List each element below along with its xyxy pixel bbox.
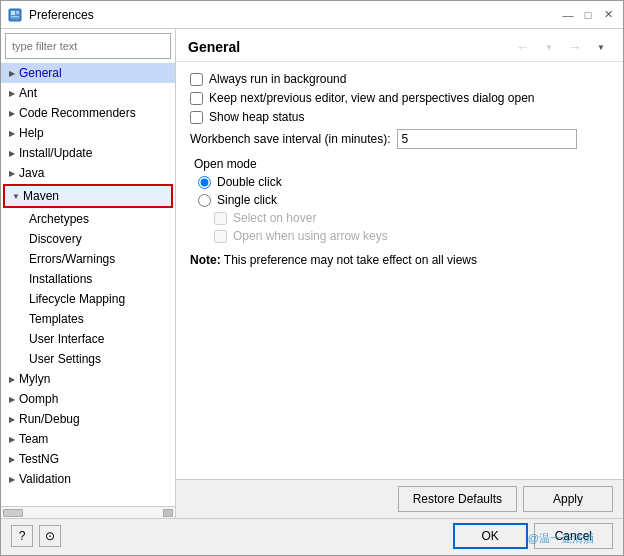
expand-icon-oomph: ▶ <box>5 392 19 406</box>
tree-item-errors-warnings[interactable]: Errors/Warnings <box>1 249 175 269</box>
tree-item-mylyn[interactable]: ▶ Mylyn <box>1 369 175 389</box>
note-text: Note: This preference may not take effec… <box>190 253 609 267</box>
tree-item-run-debug[interactable]: ▶ Run/Debug <box>1 409 175 429</box>
single-click-row: Single click <box>198 193 609 207</box>
tree-item-maven[interactable]: ▼ Maven <box>5 186 171 206</box>
tree-label-maven: Maven <box>23 189 59 203</box>
very-bottom-bar: ? ⊙ OK Cancel <box>1 518 623 555</box>
h-scrollbar[interactable] <box>1 506 175 518</box>
tree-item-installations[interactable]: Installations <box>1 269 175 289</box>
settings-area: Always run in background Keep next/previ… <box>176 62 623 479</box>
workbench-save-label: Workbench save interval (in minutes): <box>190 132 391 146</box>
workbench-save-input[interactable] <box>397 129 577 149</box>
always-run-checkbox[interactable] <box>190 73 203 86</box>
tree-item-discovery[interactable]: Discovery <box>1 229 175 249</box>
keep-next-label: Keep next/previous editor, view and pers… <box>209 91 535 105</box>
single-click-radio[interactable] <box>198 194 211 207</box>
tree-label-ant: Ant <box>19 86 37 100</box>
keep-next-row: Keep next/previous editor, view and pers… <box>190 91 609 105</box>
double-click-label: Double click <box>217 175 282 189</box>
title-bar: Preferences — □ ✕ <box>1 1 623 29</box>
tree-item-validation[interactable]: ▶ Validation <box>1 469 175 489</box>
content-area: ▶ General ▶ Ant ▶ Code Recommenders ▶ He… <box>1 29 623 518</box>
minimize-button[interactable]: — <box>559 6 577 24</box>
tree-label-code: Code Recommenders <box>19 106 136 120</box>
ok-button[interactable]: OK <box>453 523 528 549</box>
expand-icon-team: ▶ <box>5 432 19 446</box>
expand-icon-java: ▶ <box>5 166 19 180</box>
tree-item-archetypes[interactable]: Archetypes <box>1 209 175 229</box>
link-icon-button[interactable]: ⊙ <box>39 525 61 547</box>
tree-label-archetypes: Archetypes <box>29 212 89 226</box>
cancel-button[interactable]: Cancel <box>534 523 613 549</box>
maximize-button[interactable]: □ <box>579 6 597 24</box>
single-click-label: Single click <box>217 193 277 207</box>
tree-label-run: Run/Debug <box>19 412 80 426</box>
apply-button[interactable]: Apply <box>523 486 613 512</box>
tree-item-oomph[interactable]: ▶ Oomph <box>1 389 175 409</box>
tree-item-ant[interactable]: ▶ Ant <box>1 83 175 103</box>
expand-icon-help: ▶ <box>5 126 19 140</box>
help-icon-button[interactable]: ? <box>11 525 33 547</box>
select-hover-row: Select on hover <box>214 211 609 225</box>
tree-item-team[interactable]: ▶ Team <box>1 429 175 449</box>
tree-item-general[interactable]: ▶ General <box>1 63 175 83</box>
double-click-row: Double click <box>198 175 609 189</box>
expand-icon-testng: ▶ <box>5 452 19 466</box>
tree-label-installations: Installations <box>29 272 92 286</box>
workbench-save-row: Workbench save interval (in minutes): <box>190 129 609 149</box>
svg-rect-3 <box>11 16 19 18</box>
tree-item-lifecycle[interactable]: Lifecycle Mapping <box>1 289 175 309</box>
window-title: Preferences <box>29 8 559 22</box>
svg-rect-1 <box>11 11 15 15</box>
filter-input[interactable] <box>5 33 171 59</box>
restore-defaults-button[interactable]: Restore Defaults <box>398 486 517 512</box>
expand-icon-mylyn: ▶ <box>5 372 19 386</box>
open-arrow-checkbox[interactable] <box>214 230 227 243</box>
open-mode-label: Open mode <box>194 157 609 171</box>
window-controls: — □ ✕ <box>559 6 617 24</box>
tree-label-user-settings: User Settings <box>29 352 101 366</box>
tree-label-mylyn: Mylyn <box>19 372 50 386</box>
expand-icon-code: ▶ <box>5 106 19 120</box>
tree-item-testng[interactable]: ▶ TestNG <box>1 449 175 469</box>
tree-item-java[interactable]: ▶ Java <box>1 163 175 183</box>
open-arrow-row: Open when using arrow keys <box>214 229 609 243</box>
show-heap-checkbox[interactable] <box>190 111 203 124</box>
expand-icon-validation: ▶ <box>5 472 19 486</box>
forward-button[interactable]: → <box>565 37 585 57</box>
show-heap-label: Show heap status <box>209 110 304 124</box>
note-strong: Note: <box>190 253 221 267</box>
right-header: General ← ▼ → ▼ <box>176 29 623 62</box>
tree-label-oomph: Oomph <box>19 392 58 406</box>
right-panel: General ← ▼ → ▼ Always run in background… <box>176 29 623 518</box>
tree-label-testng: TestNG <box>19 452 59 466</box>
open-arrow-label: Open when using arrow keys <box>233 229 388 243</box>
expand-icon-ant: ▶ <box>5 86 19 100</box>
tree-item-help[interactable]: ▶ Help <box>1 123 175 143</box>
tree-item-install[interactable]: ▶ Install/Update <box>1 143 175 163</box>
expand-icon-run: ▶ <box>5 412 19 426</box>
tree-item-user-interface[interactable]: User Interface <box>1 329 175 349</box>
tree-item-templates[interactable]: Templates <box>1 309 175 329</box>
menu-dropdown-button[interactable]: ▼ <box>591 37 611 57</box>
right-title: General <box>188 39 507 55</box>
left-panel: ▶ General ▶ Ant ▶ Code Recommenders ▶ He… <box>1 29 176 518</box>
tree-label-help: Help <box>19 126 44 140</box>
back-button[interactable]: ← <box>513 37 533 57</box>
select-hover-label: Select on hover <box>233 211 316 225</box>
tree-label-discovery: Discovery <box>29 232 82 246</box>
nav-dropdown-button[interactable]: ▼ <box>539 37 559 57</box>
close-button[interactable]: ✕ <box>599 6 617 24</box>
tree-label-java: Java <box>19 166 44 180</box>
select-hover-checkbox[interactable] <box>214 212 227 225</box>
note-content: This preference may not take effect on a… <box>224 253 477 267</box>
tree-item-user-settings[interactable]: User Settings <box>1 349 175 369</box>
tree-item-code-recommenders[interactable]: ▶ Code Recommenders <box>1 103 175 123</box>
keep-next-checkbox[interactable] <box>190 92 203 105</box>
tree-label-templates: Templates <box>29 312 84 326</box>
preferences-window: Preferences — □ ✕ ▶ General ▶ Ant <box>0 0 624 556</box>
expand-icon-maven: ▼ <box>9 189 23 203</box>
double-click-radio[interactable] <box>198 176 211 189</box>
window-icon <box>7 7 23 23</box>
